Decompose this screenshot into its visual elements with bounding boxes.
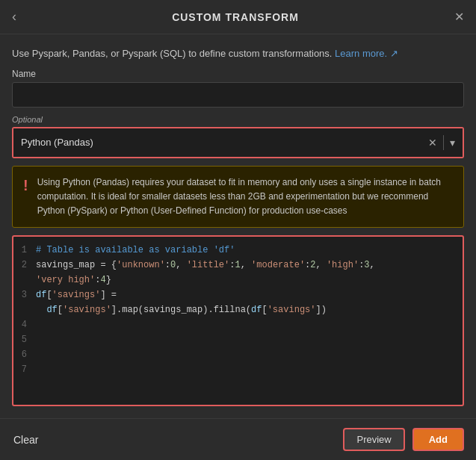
clear-button[interactable]: Clear (12, 429, 40, 450)
line-num-4: 4 (13, 317, 36, 332)
code-editor[interactable]: 1 # Table is available as variable 'df' … (12, 235, 464, 406)
code-lines: 1 # Table is available as variable 'df' … (13, 237, 463, 383)
line-num-2: 2 (13, 258, 36, 273)
code-line-7: 7 (13, 362, 463, 377)
line-content-2b: 'very high':4} (36, 273, 111, 288)
type-select-inner: Python (Pandas) ✕ ▾ (13, 128, 463, 157)
code-line-3b: df['savings'].map(savings_map).fillna(df… (13, 302, 463, 317)
add-button[interactable]: Add (412, 428, 464, 451)
modal-footer: Clear Preview Add (0, 418, 476, 460)
description-text: Use Pyspark, Pandas, or Pyspark (SQL) to… (12, 46, 464, 61)
preview-button[interactable]: Preview (343, 428, 404, 451)
code-line-2b: 'very high':4} (13, 273, 463, 288)
line-num-6: 6 (13, 347, 36, 362)
line-num-3: 3 (13, 288, 36, 302)
code-line-3: 3 df['savings'] = (13, 288, 463, 302)
modal-header: ‹ CUSTOM TRANSFORM ✕ (0, 0, 476, 34)
description-main: Use Pyspark, Pandas, or Pyspark (SQL) to… (12, 48, 332, 59)
warning-icon: ! (23, 177, 28, 194)
select-divider (443, 135, 444, 150)
line-num-7: 7 (13, 362, 36, 377)
line-content-3: df['savings'] = (36, 288, 117, 302)
warning-text: Using Python (Pandas) requires your data… (37, 175, 453, 219)
modal-title: CUSTOM TRANSFORM (172, 11, 299, 23)
type-label: Optional (12, 115, 464, 124)
footer-actions: Preview Add (343, 428, 464, 451)
code-line-2: 2 savings_map = {'unknown':0, 'little':1… (13, 258, 463, 273)
line-content-1: # Table is available as variable 'df' (36, 243, 235, 258)
type-select[interactable]: Python (Pandas) ✕ ▾ (12, 127, 464, 158)
code-line-6: 6 (13, 347, 463, 362)
code-line-4: 4 (13, 317, 463, 332)
modal-body: Use Pyspark, Pandas, or Pyspark (SQL) to… (0, 34, 476, 418)
line-num-1: 1 (13, 243, 36, 258)
name-input[interactable] (12, 82, 464, 108)
type-select-value: Python (Pandas) (21, 137, 428, 148)
custom-transform-modal: ‹ CUSTOM TRANSFORM ✕ Use Pyspark, Pandas… (0, 0, 476, 460)
warning-box: ! Using Python (Pandas) requires your da… (12, 166, 464, 229)
line-content-3b: df['savings'].map(savings_map).fillna(df… (36, 302, 327, 317)
code-line-5: 5 (13, 332, 463, 347)
line-content-2: savings_map = {'unknown':0, 'little':1, … (36, 258, 375, 273)
line-num-5: 5 (13, 332, 36, 347)
name-field-container: Name (12, 69, 464, 108)
select-clear-icon[interactable]: ✕ (428, 137, 437, 149)
close-button[interactable]: ✕ (454, 10, 464, 24)
code-line-1: 1 # Table is available as variable 'df' (13, 243, 463, 258)
learn-more-link[interactable]: Learn more. ↗ (335, 48, 398, 59)
name-label: Name (12, 69, 464, 79)
type-field-container: Optional Python (Pandas) ✕ ▾ (12, 115, 464, 158)
chevron-down-icon[interactable]: ▾ (450, 137, 455, 149)
back-button[interactable]: ‹ (12, 9, 16, 25)
